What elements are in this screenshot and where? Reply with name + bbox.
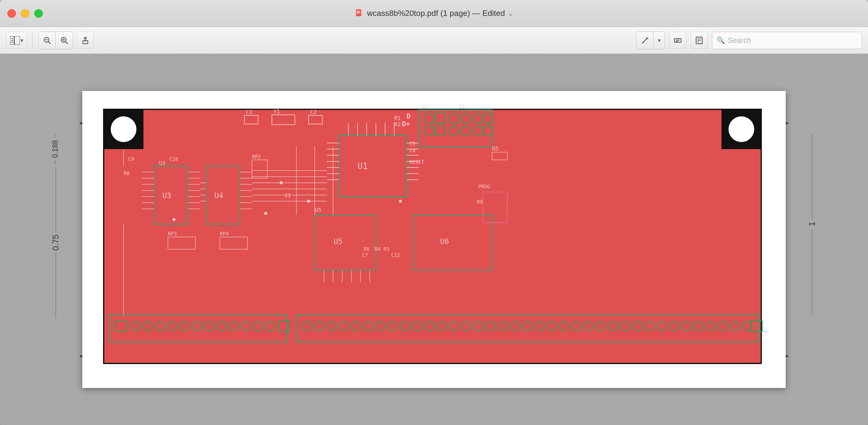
svg-line-18 (643, 38, 648, 43)
annotate-dropdown-button[interactable]: ▾ (654, 32, 664, 49)
window-title-area: wcass8b%20top.pdf (1 page) — Edited ⌄ (355, 8, 513, 18)
pen-icon (641, 36, 649, 45)
svg-text:Y1: Y1 (273, 108, 280, 115)
svg-point-206 (307, 200, 310, 203)
close-button[interactable] (7, 9, 16, 18)
search-input[interactable] (728, 36, 857, 45)
svg-text:RP3: RP3 (168, 231, 177, 237)
annotate-button[interactable] (637, 32, 654, 49)
svg-text:RP4: RP4 (220, 231, 229, 237)
svg-rect-5 (14, 36, 20, 45)
svg-text:R4: R4 (374, 246, 380, 252)
svg-point-203 (173, 218, 176, 221)
svg-text:RESET: RESET (409, 159, 425, 165)
svg-point-207 (399, 200, 402, 203)
svg-point-204 (264, 212, 267, 215)
sidebar-toggle-button[interactable]: ▾ (6, 32, 27, 49)
svg-text:R3: R3 (383, 246, 389, 252)
svg-line-11 (48, 41, 51, 44)
share-button[interactable] (77, 32, 94, 49)
zoom-in-icon (60, 36, 68, 45)
pcb-svg: C1 Y1 C2 R1 R2 D D+ J2 (82, 91, 786, 388)
chevron-icon[interactable]: ⌄ (508, 10, 513, 17)
svg-text:U6: U6 (440, 237, 449, 246)
left-dimension-top: 0.188 (51, 134, 59, 164)
svg-rect-3 (356, 13, 359, 13)
zoom-out-button[interactable] (38, 32, 56, 49)
svg-point-30 (111, 116, 136, 142)
search-box[interactable]: 🔍 (712, 32, 862, 49)
pdf-icon (355, 9, 364, 18)
svg-point-32 (728, 116, 754, 142)
svg-text:R5: R5 (492, 145, 499, 152)
svg-text:U4: U4 (214, 191, 223, 200)
page-content-area: ◀ 3 ▶ 0.188 0.75 (42, 109, 826, 370)
svg-text:C5: C5 (409, 141, 415, 147)
svg-text:J3: J3 (284, 192, 291, 199)
annotate-group: ▾ (636, 32, 665, 49)
svg-rect-0 (356, 9, 362, 16)
redact-icon (674, 36, 682, 45)
svg-text:R9: R9 (477, 199, 483, 205)
svg-text:C10: C10 (169, 156, 178, 162)
traffic-lights (7, 9, 43, 18)
zoom-in-button[interactable] (56, 32, 73, 49)
svg-text:U5: U5 (315, 207, 321, 213)
search-icon: 🔍 (717, 36, 725, 45)
svg-rect-28 (104, 109, 761, 364)
svg-rect-1 (356, 11, 360, 11)
toolbar-divider-1 (32, 33, 33, 48)
maximize-button[interactable] (34, 9, 43, 18)
toolbar-right: ▾ 🔍 (636, 32, 862, 49)
svg-line-19 (642, 42, 643, 44)
svg-text:C8: C8 (409, 148, 415, 153)
svg-rect-2 (356, 12, 361, 12)
svg-text:U1: U1 (358, 161, 368, 171)
content-area: ◀ 3 ▶ 0.188 0.75 (0, 54, 868, 425)
minimize-button[interactable] (21, 9, 29, 18)
svg-text:J1: J1 (421, 104, 427, 110)
sidebar-toggle-icon (10, 36, 20, 45)
svg-text:J2: J2 (459, 104, 465, 110)
svg-text:U3: U3 (162, 191, 171, 200)
zoom-controls (38, 32, 73, 49)
svg-text:PROG: PROG (478, 184, 490, 190)
svg-text:RP2: RP2 (252, 154, 261, 160)
svg-line-15 (65, 41, 68, 44)
svg-text:R2: R2 (394, 121, 401, 128)
svg-text:U5: U5 (334, 237, 343, 246)
pdf-page: C1 Y1 C2 R1 R2 D D+ J2 (82, 91, 786, 388)
svg-text:C2: C2 (310, 109, 317, 115)
main-window: wcass8b%20top.pdf (1 page) — Edited ⌄ ▾ (0, 0, 868, 425)
titlebar: wcass8b%20top.pdf (1 page) — Edited ⌄ (0, 0, 868, 27)
share-icon (81, 36, 90, 45)
svg-text:R8: R8 (124, 171, 129, 176)
markup-icon (695, 36, 704, 45)
svg-text:R1: R1 (394, 115, 401, 121)
zoom-out-icon (43, 36, 51, 45)
svg-text:U3: U3 (159, 160, 165, 166)
svg-text:C9: C9 (128, 156, 134, 162)
svg-text:C12: C12 (391, 252, 400, 258)
window-title: wcass8b%20top.pdf (1 page) — Edited (367, 8, 505, 18)
svg-text:C1: C1 (246, 109, 253, 115)
svg-text:D+: D+ (402, 120, 410, 128)
markup-button[interactable] (691, 32, 708, 49)
right-dimension: 1 (807, 134, 817, 314)
svg-text:C7: C7 (362, 252, 368, 258)
toolbar: ▾ (0, 27, 868, 54)
left-dimension-main: 0.75 (51, 168, 61, 317)
svg-text:R6: R6 (364, 246, 369, 252)
svg-text:D: D (406, 112, 410, 120)
svg-point-205 (280, 181, 283, 184)
redact-button[interactable] (669, 32, 686, 49)
